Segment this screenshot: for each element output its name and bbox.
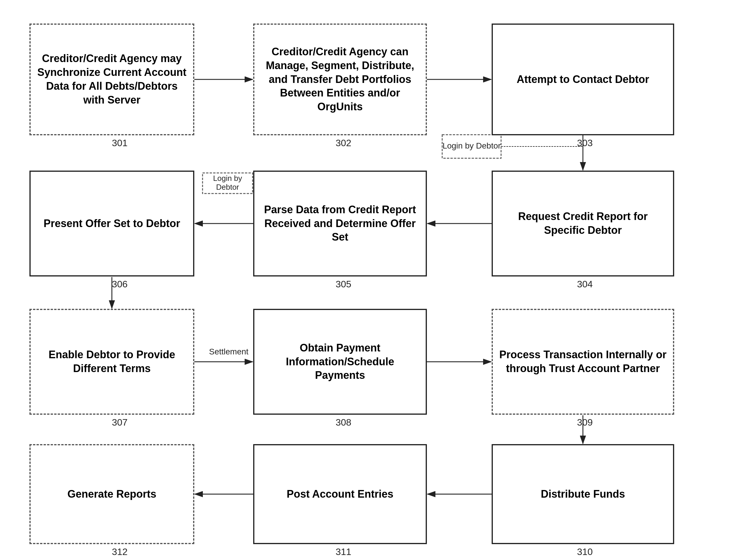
box-305: Parse Data from Credit Report Received a… (253, 171, 427, 276)
box-302: Creditor/Credit Agency can Manage, Segme… (253, 23, 427, 135)
svg-text:Settlement: Settlement (209, 347, 249, 356)
box-301: Creditor/Credit Agency may Synchronize C… (29, 23, 194, 135)
box-303: Attempt to Contact Debtor (492, 23, 674, 135)
svg-text:Debtor: Debtor (216, 183, 239, 191)
label-302: 302 (336, 138, 351, 149)
label-308: 308 (336, 417, 351, 428)
diagram-container: Login by Debtor Login by Debtor Settleme… (12, 12, 730, 547)
box-311: Post Account Entries (253, 444, 427, 544)
label-311: 311 (336, 547, 351, 557)
box-307: Enable Debtor to Provide Different Terms (29, 309, 194, 415)
svg-rect-10 (203, 173, 253, 193)
svg-rect-5 (442, 135, 501, 158)
box-306: Present Offer Set to Debtor (29, 171, 194, 276)
label-310: 310 (577, 547, 593, 557)
box-312: Generate Reports (29, 444, 194, 544)
box-308: Obtain Payment Information/Schedule Paym… (253, 309, 427, 415)
svg-text:Login by: Login by (213, 174, 242, 183)
label-305: 305 (336, 279, 351, 290)
label-301: 301 (112, 138, 128, 149)
svg-text:Login by Debtor: Login by Debtor (443, 141, 501, 150)
label-304: 304 (577, 279, 593, 290)
label-306: 306 (112, 279, 128, 290)
box-310: Distribute Funds (492, 444, 674, 544)
label-312: 312 (112, 547, 128, 557)
box-304: Request Credit Report for Specific Debto… (492, 171, 674, 276)
box-309: Process Transaction Internally or throug… (492, 309, 674, 415)
label-309: 309 (577, 417, 593, 428)
label-303: 303 (577, 138, 593, 149)
label-307: 307 (112, 417, 128, 428)
